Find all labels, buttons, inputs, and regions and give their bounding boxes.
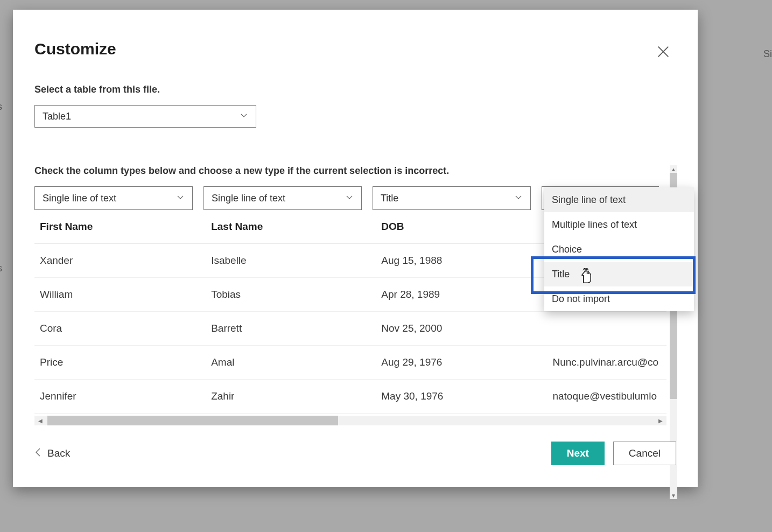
close-icon: [656, 44, 671, 59]
column-type-value: Title: [381, 193, 398, 204]
cancel-button[interactable]: Cancel: [613, 442, 676, 465]
select-table-label: Select a table from this file.: [34, 84, 676, 95]
table-cell: Nov 25, 2000: [376, 312, 547, 346]
table-header: Last Name: [206, 210, 376, 244]
table-cell: Isabelle: [206, 244, 376, 278]
table-cell: Apr 28, 1989: [376, 278, 547, 312]
scroll-down-icon: ▼: [670, 492, 677, 499]
table-cell: [547, 312, 666, 346]
dropdown-option-choice[interactable]: Choice: [544, 237, 694, 262]
background-text: s: [0, 101, 2, 113]
table-select-value: Table1: [43, 111, 71, 122]
column-types-label: Check the column types below and choose …: [34, 165, 676, 177]
table-cell: May 30, 1976: [376, 380, 547, 414]
dropdown-option-title[interactable]: Title: [544, 262, 694, 286]
chevron-down-icon: [176, 193, 185, 204]
dropdown-option-single-line[interactable]: Single line of text: [544, 187, 694, 212]
table-cell: natoque@vestibulumlo: [547, 380, 666, 414]
chevron-down-icon: [345, 193, 354, 204]
table-row: Price Amal Aug 29, 1976 Nunc.pulvinar.ar…: [34, 346, 666, 380]
horizontal-scrollbar[interactable]: ◀ ▶: [34, 416, 666, 425]
table-cell: Xander: [34, 244, 206, 278]
table-cell: William: [34, 278, 206, 312]
table-cell: Zahir: [206, 380, 376, 414]
close-button[interactable]: [656, 44, 671, 59]
table-cell: Amal: [206, 346, 376, 380]
column-type-value: Single line of text: [212, 193, 285, 204]
column-type-select-2[interactable]: Single line of text: [203, 186, 362, 210]
table-cell: Tobias: [206, 278, 376, 312]
chevron-down-icon: [514, 193, 523, 204]
table-header: First Name: [34, 210, 206, 244]
scroll-thumb[interactable]: [47, 416, 338, 425]
background-text: Si: [763, 48, 772, 60]
modal-title: Customize: [34, 40, 676, 58]
table-cell: Jennifer: [34, 380, 206, 414]
table-cell: Barrett: [206, 312, 376, 346]
table-cell: Cora: [34, 312, 206, 346]
table-row: Jennifer Zahir May 30, 1976 natoque@vest…: [34, 380, 666, 414]
table-row: Cora Barrett Nov 25, 2000: [34, 312, 666, 346]
back-label: Back: [47, 447, 70, 459]
table-cell: Price: [34, 346, 206, 380]
chevron-down-icon: [240, 111, 248, 122]
column-type-select-3[interactable]: Title: [373, 186, 531, 210]
table-header: DOB: [376, 210, 547, 244]
dropdown-option-multiple-lines[interactable]: Multiple lines of text: [544, 212, 694, 237]
column-type-dropdown: Single line of text Multiple lines of te…: [544, 187, 694, 311]
table-cell: Aug 29, 1976: [376, 346, 547, 380]
column-type-select-1[interactable]: Single line of text: [34, 186, 193, 210]
scroll-up-icon: ▲: [670, 165, 677, 173]
column-type-value: Single line of text: [43, 193, 116, 204]
modal-footer: Back Next Cancel: [34, 442, 676, 465]
scroll-right-icon: ▶: [656, 416, 665, 425]
table-cell: Nunc.pulvinar.arcu@co: [547, 346, 666, 380]
background-text: s: [0, 263, 2, 274]
scroll-left-icon: ◀: [36, 416, 45, 425]
chevron-left-icon: [34, 447, 42, 460]
dropdown-option-do-not-import[interactable]: Do not import: [544, 286, 694, 311]
table-select[interactable]: Table1: [34, 105, 256, 128]
table-cell: Aug 15, 1988: [376, 244, 547, 278]
back-button[interactable]: Back: [34, 447, 70, 460]
next-button[interactable]: Next: [551, 442, 605, 465]
